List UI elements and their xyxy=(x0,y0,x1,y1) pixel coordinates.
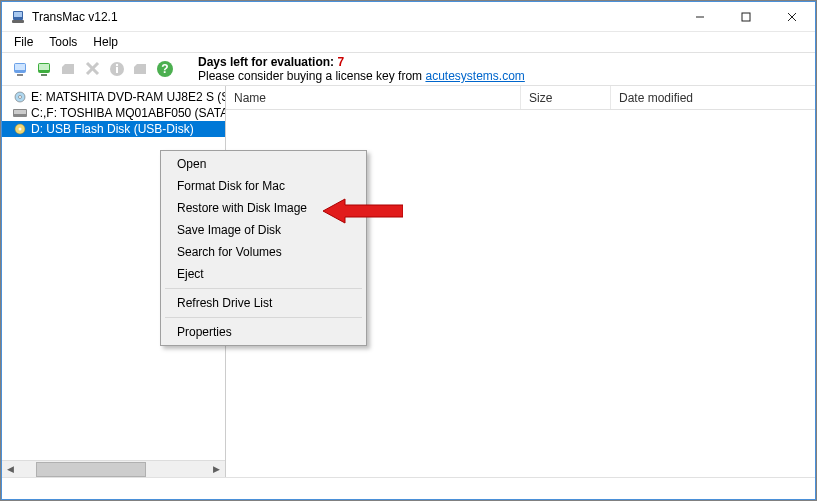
eval-line2: Please consider buying a license key fro… xyxy=(198,69,425,83)
svg-point-21 xyxy=(19,96,22,99)
tree-item-label: C:,F: TOSHIBA MQ01ABF050 (SATA-Disk) xyxy=(31,106,225,120)
dvd-drive-icon xyxy=(12,90,28,104)
window-controls xyxy=(677,2,815,31)
svg-rect-17 xyxy=(116,67,118,73)
tree-item-label: E: MATSHITA DVD-RAM UJ8E2 S (SATA) xyxy=(31,90,225,104)
minimize-button[interactable] xyxy=(677,2,723,31)
menu-save-image[interactable]: Save Image of Disk xyxy=(163,219,364,241)
menu-search-volumes[interactable]: Search for Volumes xyxy=(163,241,364,263)
svg-rect-9 xyxy=(17,74,23,76)
menu-tools[interactable]: Tools xyxy=(41,33,85,51)
svg-rect-1 xyxy=(14,12,22,17)
menu-refresh[interactable]: Refresh Drive List xyxy=(163,292,364,314)
column-size[interactable]: Size xyxy=(521,86,611,109)
disc-drive-icon xyxy=(12,122,28,136)
tree-item-usb[interactable]: D: USB Flash Disk (USB-Disk) xyxy=(2,121,225,137)
application-window: TransMac v12.1 File Tools Help ? Days le… xyxy=(1,1,816,500)
content-area: E: MATSHITA DVD-RAM UJ8E2 S (SATA) C:,F:… xyxy=(2,86,815,477)
scroll-left-arrow-icon[interactable]: ◀ xyxy=(2,461,19,478)
eval-prefix: Days left for evaluation: xyxy=(198,55,337,69)
close-button[interactable] xyxy=(769,2,815,31)
svg-point-25 xyxy=(19,128,22,131)
copy-icon[interactable] xyxy=(60,60,78,78)
menu-open[interactable]: Open xyxy=(163,153,364,175)
menu-properties[interactable]: Properties xyxy=(163,321,364,343)
context-menu: Open Format Disk for Mac Restore with Di… xyxy=(160,150,367,346)
svg-rect-4 xyxy=(742,13,750,21)
tree-item-dvd[interactable]: E: MATSHITA DVD-RAM UJ8E2 S (SATA) xyxy=(2,89,225,105)
svg-rect-23 xyxy=(14,110,26,114)
evaluation-message: Days left for evaluation: 7 Please consi… xyxy=(198,55,525,83)
svg-point-16 xyxy=(116,64,118,66)
open-mac-icon[interactable] xyxy=(12,60,30,78)
maximize-button[interactable] xyxy=(723,2,769,31)
help-icon[interactable]: ? xyxy=(156,60,174,78)
scroll-thumb[interactable] xyxy=(36,462,146,477)
column-name[interactable]: Name xyxy=(226,86,521,109)
app-icon xyxy=(10,9,26,25)
menu-eject[interactable]: Eject xyxy=(163,263,364,285)
svg-text:?: ? xyxy=(161,62,168,76)
title-bar[interactable]: TransMac v12.1 xyxy=(2,2,815,32)
tree-item-label: D: USB Flash Disk (USB-Disk) xyxy=(31,122,194,136)
menu-help[interactable]: Help xyxy=(85,33,126,51)
tree-horizontal-scrollbar[interactable]: ◀ ▶ xyxy=(2,460,225,477)
delete-icon[interactable] xyxy=(84,60,102,78)
menu-bar: File Tools Help xyxy=(2,32,815,52)
list-header: Name Size Date modified xyxy=(226,86,815,110)
eval-link[interactable]: acutesystems.com xyxy=(425,69,524,83)
menu-restore-image[interactable]: Restore with Disk Image xyxy=(163,197,364,219)
hard-drive-icon xyxy=(12,106,28,120)
tree-item-hdd[interactable]: C:,F: TOSHIBA MQ01ABF050 (SATA-Disk) xyxy=(2,105,225,121)
toolbar: ? Days left for evaluation: 7 Please con… xyxy=(2,52,815,86)
svg-rect-8 xyxy=(15,64,25,70)
status-bar xyxy=(2,477,815,499)
svg-rect-12 xyxy=(41,74,47,76)
column-date[interactable]: Date modified xyxy=(611,86,815,109)
menu-separator xyxy=(165,317,362,318)
menu-format-mac[interactable]: Format Disk for Mac xyxy=(163,175,364,197)
eval-days: 7 xyxy=(337,55,344,69)
scroll-right-arrow-icon[interactable]: ▶ xyxy=(208,461,225,478)
save-mac-icon[interactable] xyxy=(36,60,54,78)
menu-file[interactable]: File xyxy=(6,33,41,51)
app-title: TransMac v12.1 xyxy=(32,10,677,24)
svg-rect-11 xyxy=(39,64,49,70)
menu-separator xyxy=(165,288,362,289)
svg-rect-2 xyxy=(12,20,24,23)
info-icon[interactable] xyxy=(108,60,126,78)
new-folder-icon[interactable] xyxy=(132,60,150,78)
